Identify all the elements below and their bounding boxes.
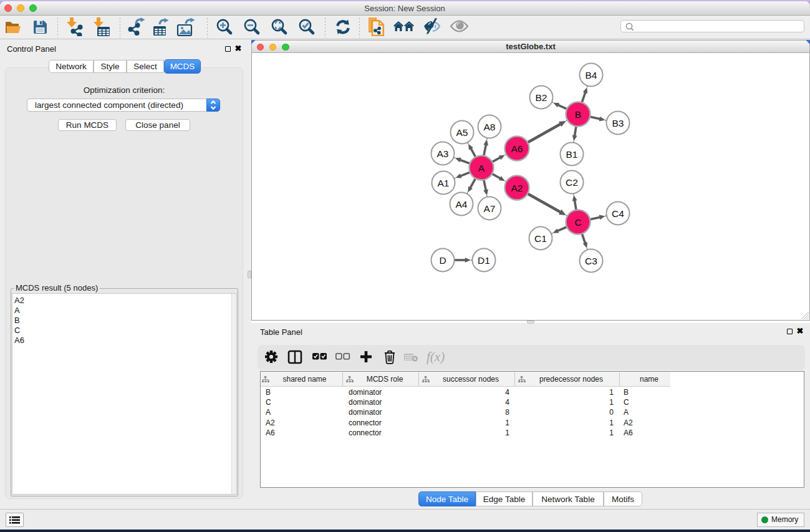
svg-text:D: D: [439, 255, 446, 266]
svg-text:B1: B1: [566, 149, 578, 160]
svg-text:A3: A3: [437, 148, 449, 159]
svg-text:B4: B4: [586, 70, 597, 80]
svg-text:C4: C4: [612, 208, 624, 219]
svg-text:C1: C1: [534, 233, 547, 244]
svg-text:A: A: [478, 163, 485, 173]
svg-text:A6: A6: [511, 143, 523, 154]
svg-text:A8: A8: [484, 122, 496, 132]
svg-text:D1: D1: [478, 255, 490, 266]
svg-text:A1: A1: [438, 178, 450, 188]
svg-text:C2: C2: [566, 177, 578, 188]
svg-text:B3: B3: [612, 118, 624, 128]
svg-text:C: C: [574, 217, 581, 228]
svg-text:B: B: [575, 109, 581, 120]
svg-text:C3: C3: [585, 256, 597, 266]
svg-text:A2: A2: [511, 183, 523, 193]
svg-text:A5: A5: [456, 127, 468, 138]
svg-text:A7: A7: [484, 203, 496, 214]
svg-text:A4: A4: [456, 199, 468, 210]
svg-text:B2: B2: [536, 92, 547, 103]
